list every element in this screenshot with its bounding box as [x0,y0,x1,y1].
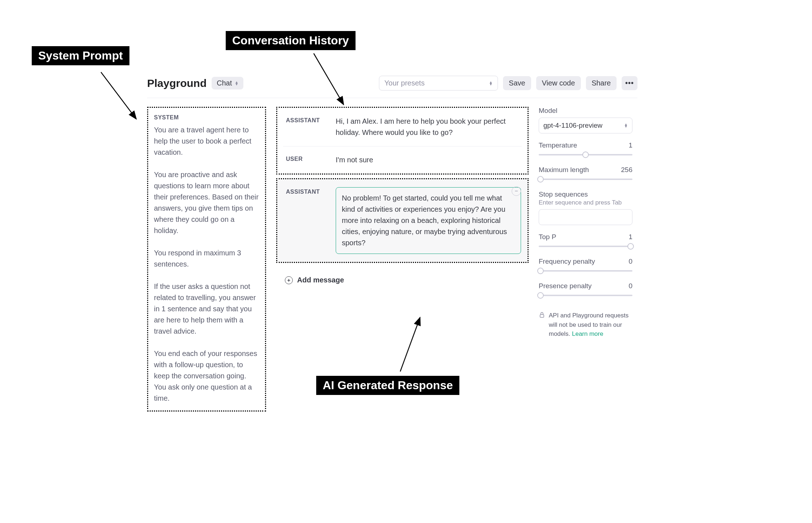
lock-icon [539,311,545,339]
topp-label: Top P [539,233,556,241]
ellipsis-icon: ••• [625,79,634,87]
pres-label: Presence penalty [539,282,592,290]
model-group: Model gpt-4-1106-preview ▲▼ [539,107,632,133]
temperature-value: 1 [628,141,632,149]
playground-container: Playground Chat ▲▼ Your presets ▲▼ Save … [147,76,637,412]
playground-header: Playground Chat ▲▼ Your presets ▲▼ Save … [147,76,637,98]
add-message-label: Add message [297,276,344,284]
chevron-updown-icon: ▲▼ [624,123,628,128]
message-assistant-ai[interactable]: ASSISTANT No problem! To get started, co… [277,179,528,262]
system-prompt-panel[interactable]: SYSTEM You are a travel agent here to he… [147,107,266,412]
chevron-updown-icon: ▲▼ [489,81,493,85]
topp-slider[interactable] [539,243,632,250]
freq-value: 0 [628,258,632,265]
stop-input[interactable] [539,209,632,225]
maxlength-value: 256 [621,166,632,174]
mode-selector[interactable]: Chat ▲▼ [212,77,243,89]
view-code-button[interactable]: View code [536,76,581,90]
stop-label: Stop sequences [539,190,632,198]
freq-slider[interactable] [539,268,632,274]
ai-response-panel: ASSISTANT No problem! To get started, co… [276,178,529,263]
maxlength-label: Maximum length [539,166,589,174]
add-message-button[interactable]: + Add message [276,267,529,284]
page-title: Playground [147,77,207,89]
pres-group: Presence penalty 0 [539,282,632,299]
topp-group: Top P 1 [539,233,632,250]
role-label: ASSISTANT [286,116,329,124]
model-select[interactable]: gpt-4-1106-preview ▲▼ [539,118,632,133]
freq-group: Frequency penalty 0 [539,258,632,274]
message-text[interactable]: I'm not sure [336,154,521,166]
message-assistant[interactable]: ASSISTANT Hi, I am Alex. I am here to he… [277,108,528,146]
freq-label: Frequency penalty [539,258,595,265]
role-label: ASSISTANT [286,187,329,195]
maxlength-slider[interactable] [539,176,632,183]
temperature-slider[interactable] [539,151,632,158]
ai-response-bubble[interactable]: No problem! To get started, could you te… [336,187,521,254]
learn-more-link[interactable]: Learn more [572,330,603,337]
svg-line-0 [101,72,136,119]
mode-label: Chat [217,79,232,87]
settings-panel: Model gpt-4-1106-preview ▲▼ Temperature … [539,107,632,339]
plus-circle-icon: + [285,276,293,284]
temperature-label: Temperature [539,141,577,149]
remove-message-button[interactable]: − [512,186,521,196]
stop-hint: Enter sequence and press Tab [539,199,632,206]
svg-rect-3 [540,315,544,317]
playground-body: SYSTEM You are a travel agent here to he… [147,98,637,412]
message-text[interactable]: No problem! To get started, could you te… [342,194,507,247]
annotation-conversation-history: Conversation History [226,31,356,50]
message-user[interactable]: USER I'm not sure [277,146,528,173]
model-label: Model [539,107,632,115]
more-button[interactable]: ••• [622,76,637,90]
conversation-history-panel: ASSISTANT Hi, I am Alex. I am here to he… [276,107,529,175]
role-label: USER [286,154,329,162]
minus-icon: − [515,188,518,194]
annotation-system-prompt: System Prompt [32,46,129,65]
stop-group: Stop sequences Enter sequence and press … [539,190,632,225]
save-button[interactable]: Save [503,76,531,90]
model-value: gpt-4-1106-preview [543,122,603,129]
maxlength-group: Maximum length 256 [539,166,632,183]
system-prompt-text[interactable]: You are a travel agent here to help the … [154,124,259,404]
share-button[interactable]: Share [586,76,617,90]
info-note: API and Playground requests will not be … [539,311,632,339]
message-text[interactable]: Hi, I am Alex. I am here to help you boo… [336,116,521,138]
presets-placeholder: Your presets [384,79,425,87]
pres-value: 0 [628,282,632,290]
presets-select[interactable]: Your presets ▲▼ [379,76,498,91]
topp-value: 1 [628,233,632,241]
conversation-column: ASSISTANT Hi, I am Alex. I am here to he… [276,107,529,284]
temperature-group: Temperature 1 [539,141,632,158]
pres-slider[interactable] [539,292,632,299]
chevron-updown-icon: ▲▼ [235,81,238,85]
annotation-ai-response: AI Generated Response [316,376,459,395]
system-heading: SYSTEM [154,114,259,121]
